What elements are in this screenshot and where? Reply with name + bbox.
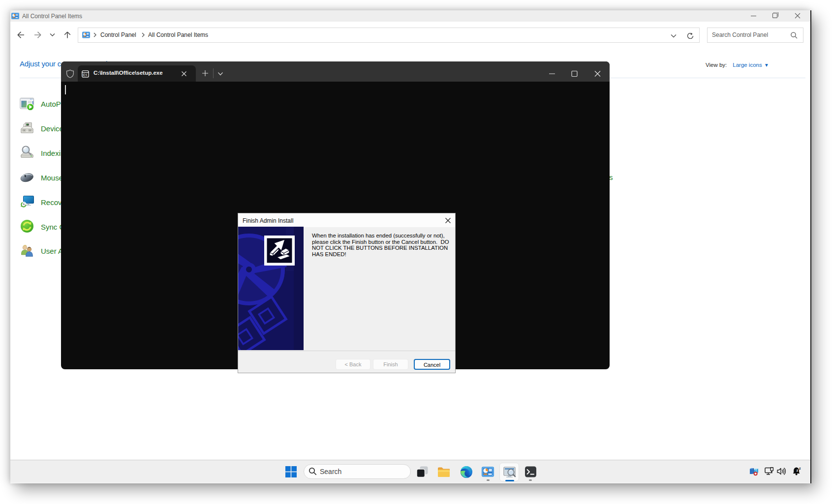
svg-text:C:\: C:\ (83, 73, 87, 77)
svg-text:z: z (797, 468, 799, 473)
svg-text:z: z (799, 467, 801, 470)
